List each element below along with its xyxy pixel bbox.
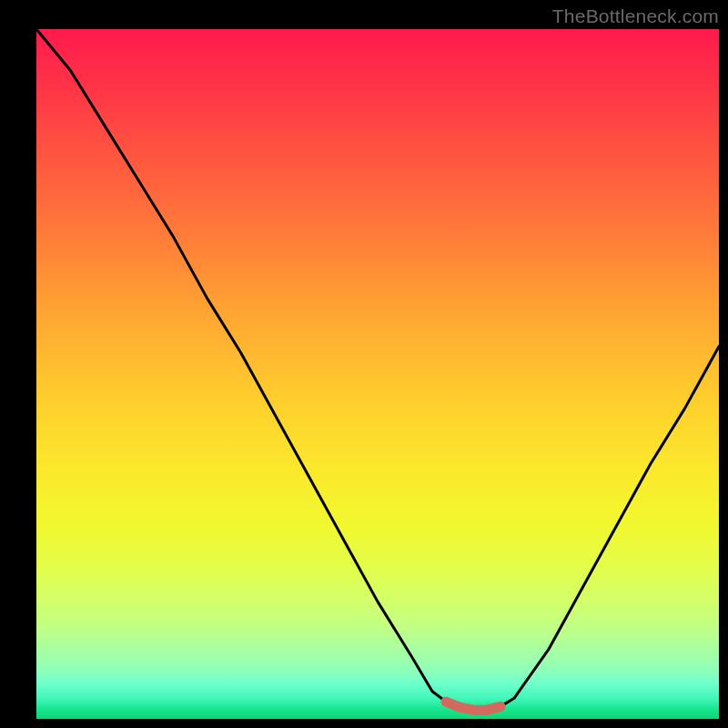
bottleneck-curve	[36, 29, 719, 710]
optimal-region-marker	[446, 702, 500, 710]
chart-frame: TheBottleneck.com	[0, 0, 728, 728]
watermark-text: TheBottleneck.com	[552, 5, 719, 27]
plot-area	[36, 29, 719, 719]
curve-svg	[36, 29, 719, 719]
